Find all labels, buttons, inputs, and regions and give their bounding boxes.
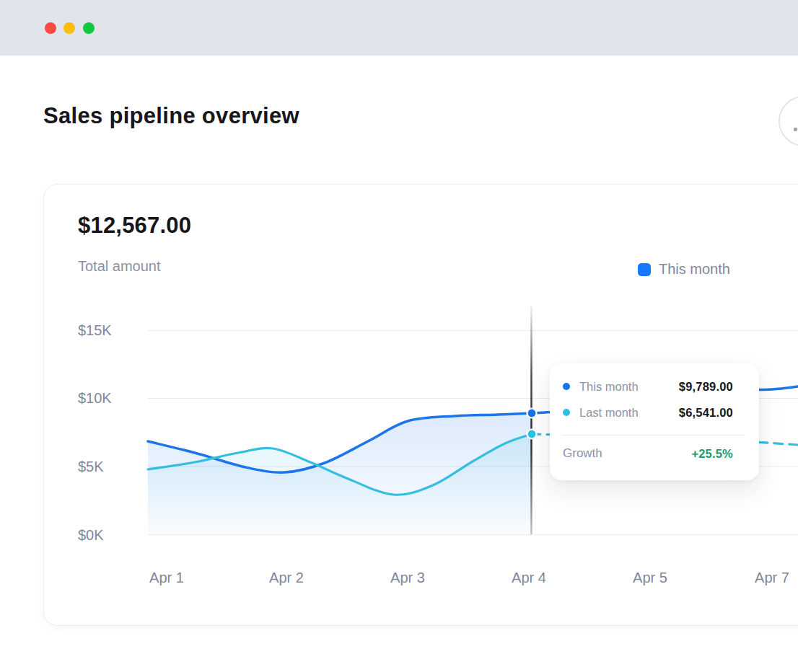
data-point-dot [527,430,537,439]
tooltip-row-last-month: Last month $6,541.00 [563,399,745,425]
data-point-dot [527,409,537,418]
pipeline-chart[interactable] [0,0,798,672]
chart-tooltip: This month $9,789.00 Last month $6,541.0… [550,363,759,480]
tooltip-row-this-month: This month $9,789.00 [563,373,745,399]
tooltip-row-growth: Growth +25.5% [563,436,745,472]
app-window: Sales pipeline overview $12,567.00 Total… [0,0,798,672]
growth-value: +25.5% [691,447,745,461]
last-month-dot-icon [563,409,570,416]
tooltip-label: This month [579,380,639,394]
tooltip-value: $6,541.00 [679,406,745,420]
tooltip-label: Last month [579,406,639,420]
this-month-dot-icon [563,383,570,390]
growth-label: Growth [563,446,602,461]
tooltip-value: $9,789.00 [679,380,745,394]
this-month-area [148,413,532,535]
